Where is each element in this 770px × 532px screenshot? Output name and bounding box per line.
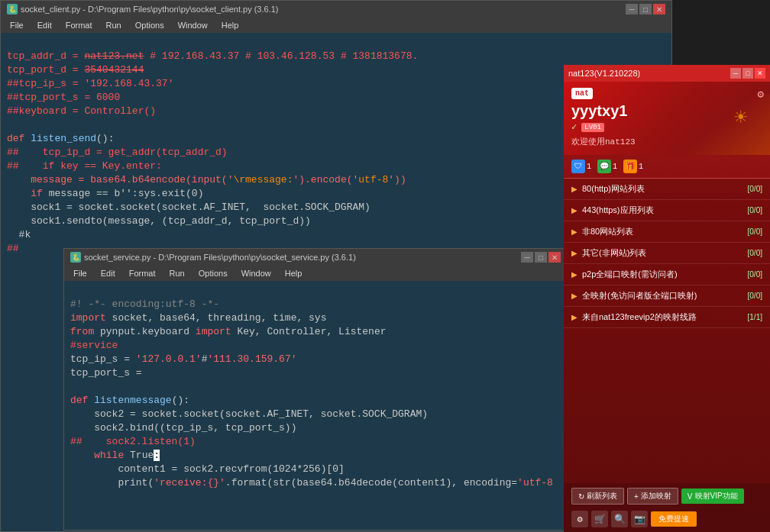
arrow-icon-4: ▶ [571, 270, 578, 279]
nat123-panel: nat123(V1.210228) ─ □ ✕ nat yyytxy1 ✓ LV… [564, 65, 770, 532]
list-count-6: [1/1] [748, 313, 762, 321]
shield-count: 1 [587, 163, 591, 171]
vip-label: 映射VIP功能 [695, 491, 738, 501]
list-item-4[interactable]: ▶ p2p全端口映射(需访问者) [0/0] [564, 264, 770, 285]
shield-icon-item: 🛡 1 [571, 160, 591, 173]
code-content-2: #! -*- encoding:utf-8 -*- import socket,… [64, 281, 567, 507]
list-label-5: 全映射(免访问者版全端口映射) [582, 290, 748, 301]
list-label-1: 443(https)应用列表 [582, 205, 748, 216]
nat123-icons-row: 🛡 1 💬 1 🎁 1 [564, 155, 770, 178]
menu-bar-2: File Edit Format Run Options Window Help [64, 266, 567, 281]
list-item-1[interactable]: ▶ 443(https)应用列表 [0/0] [564, 200, 770, 221]
decorative-shape [681, 94, 770, 155]
list-item-6[interactable]: ▶ 来自nat123freevip2的映射线路 [1/1] [564, 307, 770, 328]
title-bar-2: 🐍 socket_service.py - D:\Program Files\p… [64, 249, 567, 266]
list-count-0: [0/0] [748, 185, 762, 193]
list-count-4: [0/0] [748, 270, 762, 279]
menu-help-2[interactable]: Help [279, 267, 309, 279]
menu-options-1[interactable]: Options [129, 19, 170, 31]
minimize-btn-1[interactable]: ─ [626, 4, 638, 15]
list-label-4: p2p全端口映射(需访问者) [582, 269, 748, 280]
chat-icon: 💬 [597, 160, 611, 173]
chat-count: 1 [613, 163, 617, 171]
list-label-3: 其它(非网站)列表 [582, 247, 748, 259]
refresh-icon: ↻ [578, 492, 584, 501]
nat123-checkmark: ✓ [571, 121, 577, 133]
vip-btn[interactable]: V 映射VIP功能 [681, 488, 744, 504]
settings-icon[interactable]: ⚙ [571, 511, 588, 527]
menu-help-1[interactable]: Help [215, 19, 245, 31]
arrow-icon-5: ▶ [571, 292, 578, 300]
menu-edit-1[interactable]: Edit [31, 19, 58, 31]
speed-label: 免费提速 [658, 514, 689, 523]
search-icon[interactable]: 🔍 [611, 511, 628, 527]
list-count-1: [0/0] [748, 206, 762, 214]
nat123-footer: ↻ 刷新列表 + 添加映射 V 映射VIP功能 ⚙ 🛒 🔍 📷 免费提速 [564, 483, 770, 532]
title-controls-1: ─ □ ✕ [626, 4, 665, 15]
list-count-3: [0/0] [748, 249, 762, 257]
menu-format-2[interactable]: Format [123, 267, 162, 279]
nat123-list: ▶ 80(http)网站列表 [0/0] ▶ 443(https)应用列表 [0… [564, 179, 770, 483]
menu-window-2[interactable]: Window [235, 267, 277, 279]
add-icon: + [634, 492, 639, 501]
minimize-btn-2[interactable]: ─ [521, 252, 533, 263]
title-bar-1: 🐍 socket_client.py - D:\Program Files\py… [1, 1, 671, 18]
arrow-icon-6: ▶ [571, 313, 578, 321]
close-btn-1[interactable]: ✕ [653, 4, 665, 15]
nat123-header: nat yyytxy1 ✓ LV01 欢迎使用nat123 ⚙ ☀ [564, 82, 770, 155]
list-item-5[interactable]: ▶ 全映射(免访问者版全端口映射) [0/0] [564, 285, 770, 307]
gift-icon: 🎁 [623, 160, 637, 173]
menu-options-2[interactable]: Options [192, 267, 234, 279]
editor-window-2: 🐍 socket_service.py - D:\Program Files\p… [63, 248, 568, 530]
gift-count: 1 [639, 163, 643, 171]
menu-run-2[interactable]: Run [163, 267, 191, 279]
title-controls-2: ─ □ ✕ [521, 252, 561, 263]
gift-icon-item: 🎁 1 [623, 160, 643, 173]
file-icon-2: 🐍 [70, 252, 81, 263]
list-item-2[interactable]: ▶ 非80网站列表 [0/0] [564, 221, 770, 243]
list-label-6: 来自nat123freevip2的映射线路 [582, 311, 748, 323]
arrow-icon-0: ▶ [571, 185, 578, 193]
menu-edit-2[interactable]: Edit [95, 267, 121, 279]
menu-format-1[interactable]: Format [60, 19, 99, 31]
close-btn-2[interactable]: ✕ [548, 252, 561, 263]
title-text-1: socket_client.py - D:\Program Files\pyth… [21, 5, 278, 14]
arrow-icon-3: ▶ [571, 249, 578, 257]
list-item-0[interactable]: ▶ 80(http)网站列表 [0/0] [564, 179, 770, 200]
add-label: 添加映射 [641, 491, 671, 501]
refresh-label: 刷新列表 [587, 491, 617, 501]
list-label-0: 80(http)网站列表 [582, 183, 748, 195]
nat123-controls: ─ □ ✕ [730, 68, 765, 79]
refresh-btn[interactable]: ↻ 刷新列表 [571, 488, 624, 505]
menu-bar-1: File Edit Format Run Options Window Help [1, 18, 671, 33]
nat123-level: LV01 [581, 123, 604, 132]
nat123-maximize-btn[interactable]: □ [742, 68, 753, 79]
chat-icon-item: 💬 1 [597, 160, 617, 173]
nat123-close-btn[interactable]: ✕ [755, 68, 765, 79]
shield-icon: 🛡 [571, 160, 585, 173]
speed-btn[interactable]: 免费提速 [651, 511, 697, 527]
menu-run-1[interactable]: Run [100, 19, 128, 31]
nat123-minimize-btn[interactable]: ─ [730, 68, 741, 79]
list-count-2: [0/0] [748, 227, 762, 236]
shop-icon[interactable]: 🛒 [591, 511, 608, 527]
menu-file-1[interactable]: File [4, 19, 30, 31]
file-icon-1: 🐍 [7, 4, 18, 15]
footer-row-2: ⚙ 🛒 🔍 📷 免费提速 [571, 511, 762, 527]
title-text-2: socket_service.py - D:\Program Files\pyt… [84, 253, 356, 262]
code-area-2[interactable]: #! -*- encoding:utf-8 -*- import socket,… [64, 281, 567, 530]
arrow-icon-1: ▶ [571, 206, 578, 214]
nat123-logo: nat [571, 88, 593, 99]
maximize-btn-2[interactable]: □ [535, 252, 547, 263]
list-label-2: 非80网站列表 [582, 226, 748, 237]
menu-file-2[interactable]: File [67, 267, 93, 279]
arrow-icon-2: ▶ [571, 227, 578, 236]
nat123-title: nat123(V1.210228) [568, 69, 640, 78]
list-item-3[interactable]: ▶ 其它(非网站)列表 [0/0] [564, 243, 770, 264]
add-mapping-btn[interactable]: + 添加映射 [627, 488, 678, 505]
nat123-title-bar: nat123(V1.210228) ─ □ ✕ [564, 65, 770, 82]
menu-window-1[interactable]: Window [172, 19, 214, 31]
camera-icon[interactable]: 📷 [631, 511, 648, 527]
vip-icon: V [688, 492, 693, 501]
maximize-btn-1[interactable]: □ [639, 4, 652, 15]
